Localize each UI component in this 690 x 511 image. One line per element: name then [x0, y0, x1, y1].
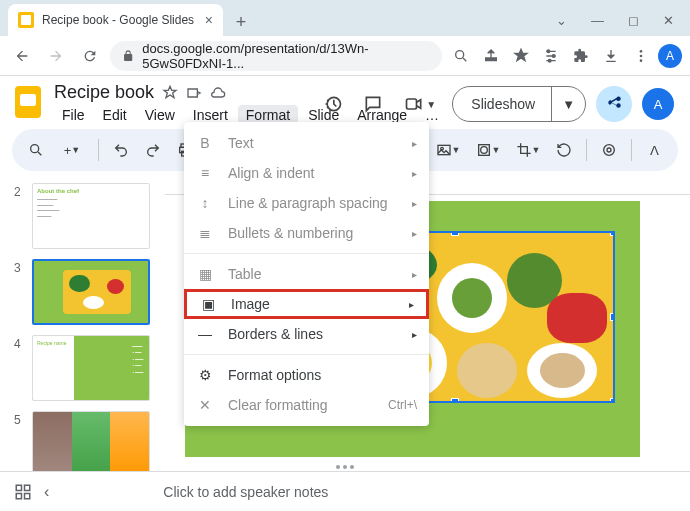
thumbnail[interactable]: [32, 411, 150, 476]
undo-button[interactable]: [107, 136, 135, 164]
puzzle-icon[interactable]: [568, 42, 594, 70]
slide-number: 3: [14, 259, 24, 325]
format-menu: BText▸≡Align & indent▸↕Line & paragraph …: [184, 122, 429, 426]
menu-item-label: Clear formatting: [228, 397, 328, 413]
slide-thumb-4[interactable]: 4Recipe name━━━━━• ━━━• ━━━━• ━━━• ━━━━: [14, 335, 165, 401]
format-menu-format-options[interactable]: ⚙Format options: [184, 360, 429, 390]
tab-title: Recipe book - Google Slides: [42, 13, 197, 27]
download-icon[interactable]: [598, 42, 624, 70]
submenu-arrow-icon: ▸: [412, 269, 417, 280]
svg-point-2: [552, 54, 555, 57]
bookmark-icon[interactable]: [508, 42, 534, 70]
reset-image-button[interactable]: [550, 136, 578, 164]
new-slide-button[interactable]: +▼: [54, 136, 90, 164]
format-menu-borders-lines[interactable]: —Borders & lines▸: [184, 319, 429, 349]
crop-image-button[interactable]: ▼: [510, 136, 546, 164]
format-menu-text: BText▸: [184, 128, 429, 158]
chrome-profile-avatar[interactable]: A: [658, 44, 682, 68]
forward-button[interactable]: [42, 42, 70, 70]
slide-number: 4: [14, 335, 24, 401]
star-icon[interactable]: [162, 85, 178, 101]
menu-item-icon: ⚙: [196, 367, 214, 383]
menu-file[interactable]: File: [54, 105, 93, 125]
redo-button[interactable]: [139, 136, 167, 164]
svg-point-3: [548, 59, 551, 62]
thumbnail[interactable]: [32, 259, 150, 325]
account-avatar[interactable]: A: [642, 88, 674, 120]
slides-logo[interactable]: [12, 82, 44, 122]
browser-tab[interactable]: Recipe book - Google Slides ×: [8, 4, 223, 36]
tune-icon[interactable]: [538, 42, 564, 70]
reload-button[interactable]: [76, 42, 104, 70]
kebab-icon[interactable]: [628, 42, 654, 70]
slide-number: 5: [14, 411, 24, 476]
meet-icon[interactable]: ▼: [398, 89, 442, 119]
menu-item-label: Align & indent: [228, 165, 314, 181]
menu-item-label: Table: [228, 266, 261, 282]
motion-button[interactable]: [595, 136, 623, 164]
zoom-icon[interactable]: [448, 42, 474, 70]
new-tab-button[interactable]: +: [227, 8, 255, 36]
grid-view-icon[interactable]: [14, 483, 32, 501]
menu-item-icon: ✕: [196, 397, 214, 413]
filmstrip[interactable]: 2About the chef━━━━━━━━━━━━━━━━━━━━━━━━━…: [0, 177, 165, 476]
mask-image-button[interactable]: ▼: [470, 136, 506, 164]
svg-point-4: [640, 50, 643, 53]
menu-view[interactable]: View: [137, 105, 183, 125]
thumbnail[interactable]: About the chef━━━━━━━━━━━━━━━━━━━━━━━━━━…: [32, 183, 150, 249]
share-button[interactable]: [596, 86, 632, 122]
submenu-arrow-icon: ▸: [412, 168, 417, 179]
move-icon[interactable]: [186, 85, 202, 101]
cloud-icon[interactable]: [210, 85, 226, 101]
menu-edit[interactable]: Edit: [95, 105, 135, 125]
menu-item-label: Line & paragraph spacing: [228, 195, 388, 211]
svg-point-18: [604, 145, 615, 156]
slide-thumb-3[interactable]: 3: [14, 259, 165, 325]
slideshow-caret[interactable]: ▼: [551, 87, 585, 121]
speaker-notes-placeholder[interactable]: Click to add speaker notes: [163, 484, 328, 500]
menu-item-icon: ≣: [196, 225, 214, 241]
format-menu-clear-formatting: ✕Clear formattingCtrl+\: [184, 390, 429, 420]
slide-thumb-5[interactable]: 5: [14, 411, 165, 476]
toolbar-collapse-icon[interactable]: ᐱ: [640, 136, 668, 164]
minimize-icon[interactable]: —: [591, 13, 604, 28]
submenu-arrow-icon: ▸: [412, 198, 417, 209]
thumbnail[interactable]: Recipe name━━━━━• ━━━• ━━━━• ━━━• ━━━━: [32, 335, 150, 401]
menu-item-label: Format options: [228, 367, 321, 383]
back-button[interactable]: [8, 42, 36, 70]
format-menu-bullets-numbering: ≣Bullets & numbering▸: [184, 218, 429, 248]
slide-thumb-2[interactable]: 2About the chef━━━━━━━━━━━━━━━━━━━━━━━━━…: [14, 183, 165, 249]
share-chrome-icon[interactable]: [478, 42, 504, 70]
format-menu-image[interactable]: ▣Image▸: [184, 289, 429, 319]
replace-image-button[interactable]: ▼: [430, 136, 466, 164]
history-icon[interactable]: [318, 89, 348, 119]
submenu-arrow-icon: ▸: [412, 138, 417, 149]
chevron-down-icon[interactable]: ⌄: [556, 13, 567, 28]
doc-title[interactable]: Recipe book: [54, 82, 154, 103]
search-menus-icon[interactable]: [22, 136, 50, 164]
menu-item-icon: B: [196, 135, 214, 151]
svg-rect-21: [16, 493, 21, 498]
comment-icon[interactable]: [358, 89, 388, 119]
shortcut-label: Ctrl+\: [388, 398, 417, 412]
chrome-titlebar: Recipe book - Google Slides × + ⌄ — ◻ ✕: [0, 0, 690, 36]
svg-rect-20: [25, 485, 30, 490]
svg-point-1: [547, 50, 550, 53]
svg-point-6: [640, 59, 643, 62]
format-menu-line-paragraph-spacing: ↕Line & paragraph spacing▸: [184, 188, 429, 218]
prev-arrow-icon[interactable]: ‹: [44, 483, 49, 501]
menu-item-label: Bullets & numbering: [228, 225, 353, 241]
svg-rect-22: [25, 493, 30, 498]
address-bar: docs.google.com/presentation/d/13Wn-5GwS…: [0, 36, 690, 76]
url-text: docs.google.com/presentation/d/13Wn-5GwS…: [142, 41, 430, 71]
menu-item-icon: —: [196, 326, 214, 342]
menu-item-icon: ▦: [196, 266, 214, 282]
submenu-arrow-icon: ▸: [412, 228, 417, 239]
close-icon[interactable]: ✕: [663, 13, 674, 28]
omnibox[interactable]: docs.google.com/presentation/d/13Wn-5GwS…: [110, 41, 442, 71]
menu-item-icon: ≡: [196, 165, 214, 181]
maximize-icon[interactable]: ◻: [628, 13, 639, 28]
tab-close-icon[interactable]: ×: [205, 12, 213, 28]
svg-point-16: [480, 147, 487, 154]
slideshow-button[interactable]: Slideshow ▼: [452, 86, 586, 122]
